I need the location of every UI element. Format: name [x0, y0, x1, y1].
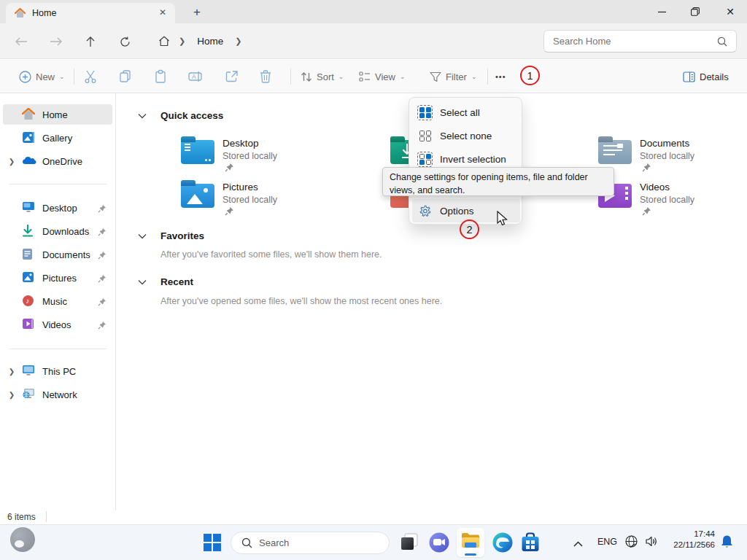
chevron-down-icon: ⌄ [400, 73, 406, 80]
microsoft-store-icon[interactable] [519, 532, 541, 553]
videos-icon [22, 318, 36, 331]
chevron-down-icon[interactable] [137, 277, 147, 287]
language-indicator[interactable]: ENG [597, 537, 617, 547]
network-icon [22, 388, 36, 401]
plus-circle-icon [19, 71, 31, 83]
taskbar-search-box[interactable] [231, 532, 390, 554]
pin-icon [98, 273, 107, 286]
sidebar-item-documents[interactable]: Documents [3, 244, 112, 265]
sidebar-item-downloads[interactable]: Downloads [3, 221, 112, 241]
explorer-search-box[interactable] [543, 30, 737, 52]
pin-icon [98, 203, 107, 216]
filter-button[interactable]: Filter ⌄ [430, 67, 476, 86]
title-bar: Home ✕ + ✕ [0, 0, 747, 23]
gallery-icon [22, 131, 36, 144]
view-button[interactable]: View ⌄ [359, 67, 406, 86]
recent-header[interactable]: Recent [137, 276, 193, 287]
taskbar-app-logo-icon[interactable] [10, 527, 35, 552]
tray-date: 22/11/2566 [665, 540, 715, 551]
refresh-icon[interactable] [115, 32, 134, 51]
clock[interactable]: 17:44 22/11/2566 [665, 529, 715, 550]
explorer-search-input[interactable] [544, 36, 717, 47]
tile-subtitle: Stored locally [640, 151, 694, 161]
svg-text:A: A [192, 73, 196, 80]
breadcrumb-home[interactable]: Home [194, 36, 226, 47]
sidebar-item-label: Home [42, 109, 68, 120]
rename-button[interactable]: A [188, 67, 204, 86]
notification-bell-icon[interactable] [720, 534, 734, 552]
chevron-down-icon[interactable] [137, 111, 147, 121]
see-more-button[interactable]: ••• [495, 67, 506, 86]
toolbar-divider [487, 69, 488, 85]
sidebar-separator [9, 184, 107, 184]
annotation-circle-1: 1 [520, 66, 540, 85]
sidebar-item-label: Desktop [42, 203, 77, 214]
cut-button[interactable] [83, 67, 98, 86]
sidebar-item-label: Gallery [42, 133, 72, 144]
sidebar-item-desktop[interactable]: Desktop [3, 198, 112, 218]
breadcrumb-chevron-icon[interactable]: ❯ [229, 36, 247, 46]
start-button[interactable] [203, 533, 222, 552]
sidebar-item-label: Documents [42, 249, 90, 260]
sidebar-item-label: Pictures [42, 273, 77, 284]
tile-name: Pictures [222, 182, 258, 192]
pin-icon [98, 296, 107, 309]
new-button[interactable]: New ⌄ [19, 67, 65, 86]
network-globe-icon[interactable] [624, 534, 638, 551]
details-button[interactable]: Details [683, 67, 729, 86]
sort-button-label: Sort [317, 71, 334, 82]
sidebar-item-music[interactable]: ♪ Music [3, 291, 112, 311]
edge-icon[interactable] [492, 532, 514, 553]
tile-name: Videos [640, 182, 670, 192]
close-button[interactable]: ✕ [713, 0, 747, 23]
file-explorer-taskbar-button[interactable] [457, 528, 484, 557]
sort-button[interactable]: Sort ⌄ [301, 67, 344, 86]
details-button-label: Details [700, 71, 729, 82]
chevron-right-icon[interactable]: ❯ [3, 158, 20, 166]
sidebar-item-this-pc[interactable]: ❯ This PC [3, 361, 112, 381]
favorites-header[interactable]: Favorites [137, 230, 204, 241]
sidebar-item-network[interactable]: ❯ Network [3, 384, 112, 405]
breadcrumb-chevron-icon: ❯ [173, 36, 191, 46]
delete-button[interactable] [259, 67, 272, 86]
favorites-empty-text: After you've favorited some files, we'll… [160, 249, 382, 260]
chevron-down-icon: ⌄ [338, 73, 344, 80]
taskbar-search-input[interactable] [259, 537, 368, 548]
tray-chevron-up-icon[interactable] [573, 537, 583, 550]
share-button[interactable] [225, 67, 239, 86]
sidebar-item-pictures[interactable]: Pictures [3, 268, 112, 288]
sidebar-item-label: Network [42, 389, 77, 400]
sidebar-item-label: Downloads [42, 226, 89, 237]
chat-icon[interactable] [428, 532, 450, 553]
minimize-button[interactable] [645, 0, 678, 23]
chevron-right-icon[interactable]: ❯ [3, 391, 20, 399]
music-icon: ♪ [22, 295, 36, 308]
sidebar-item-onedrive[interactable]: ❯ OneDrive [3, 151, 112, 171]
task-view-icon[interactable] [399, 532, 421, 553]
menu-item-label: Select none [440, 131, 492, 141]
copy-button[interactable] [118, 67, 133, 86]
documents-icon [22, 248, 36, 261]
tab-close-icon[interactable]: ✕ [156, 7, 169, 20]
menu-item-select-all[interactable]: Select all [412, 101, 520, 124]
sidebar-item-gallery[interactable]: Gallery [3, 128, 112, 148]
explorer-tab[interactable]: Home ✕ [6, 3, 175, 23]
volume-icon[interactable] [645, 535, 659, 551]
new-tab-button[interactable]: + [188, 4, 206, 20]
back-icon[interactable] [12, 32, 31, 51]
sidebar-item-label: Music [42, 296, 67, 307]
pictures-icon [22, 271, 36, 284]
sidebar-item-videos[interactable]: Videos [3, 314, 112, 335]
new-button-label: New [36, 71, 55, 82]
paste-button[interactable] [153, 67, 168, 86]
pin-icon [642, 162, 651, 175]
up-icon[interactable] [81, 32, 100, 51]
restore-button[interactable] [678, 0, 712, 23]
sidebar-item-home[interactable]: Home [3, 104, 112, 125]
breadcrumb-home-icon[interactable] [158, 36, 170, 47]
chevron-down-icon[interactable] [137, 231, 147, 241]
chevron-right-icon[interactable]: ❯ [3, 368, 20, 376]
menu-item-select-none[interactable]: Select none [412, 124, 520, 147]
forward-icon[interactable] [46, 32, 65, 51]
quick-access-header[interactable]: Quick access [137, 110, 223, 121]
